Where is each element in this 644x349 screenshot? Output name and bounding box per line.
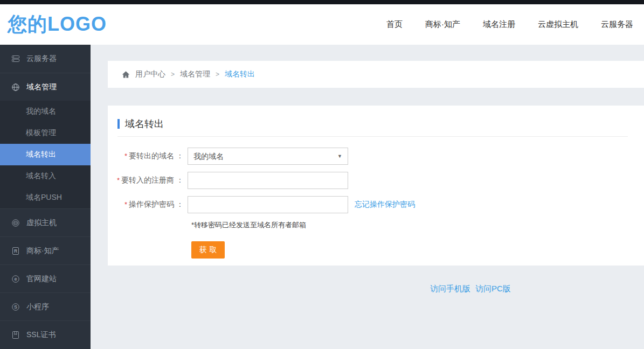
miniprogram-icon: S	[11, 303, 20, 311]
visit-mobile-link[interactable]: 访问手机版	[430, 284, 470, 294]
sidebar: 云服务器 域名管理 我的域名 模板管理 域名转出 域名转入 域名PUSH 虚拟主…	[0, 45, 91, 349]
visit-pc-link[interactable]: 访问PC版	[475, 284, 511, 294]
sidebar-item-label: 商标·知产	[26, 246, 59, 256]
submenu-item-template-management[interactable]: 模板管理	[0, 122, 91, 144]
submenu-item-my-domains[interactable]: 我的域名	[0, 101, 91, 122]
domain-select[interactable]: 我的域名	[188, 148, 348, 165]
protect-password-input[interactable]	[188, 196, 348, 213]
svg-text:S: S	[14, 304, 17, 310]
transfer-out-form: *要转出的域名 ： 我的域名 ▼ *要转入的注册商 ： *操作保护密码 ： 忘记…	[108, 137, 644, 259]
header: 您的LOGO 首页 商标·知产 域名注册 云虚拟主机 云服务器	[0, 4, 644, 45]
sidebar-item-mini-program[interactable]: S 小程序	[0, 292, 91, 320]
form-row-registrar: *要转入的注册商 ：	[108, 172, 644, 189]
sidebar-item-label: SSL证书	[26, 330, 56, 340]
nav-item-domain-register[interactable]: 域名注册	[483, 19, 515, 30]
breadcrumb-domain-management[interactable]: 域名管理	[180, 69, 210, 79]
certificate-icon	[11, 331, 20, 339]
registrar-input[interactable]	[188, 172, 348, 189]
sidebar-item-virtual-host[interactable]: 虚拟主机	[0, 208, 91, 236]
submenu-item-domain-transfer-in[interactable]: 域名转入	[0, 165, 91, 187]
breadcrumb-separator: >	[216, 71, 219, 78]
website-icon: e	[11, 275, 20, 283]
nav-item-cloud-server[interactable]: 云服务器	[601, 19, 633, 30]
breadcrumb: 用户中心 > 域名管理 > 域名转出	[108, 61, 644, 88]
trademark-icon: R	[11, 247, 20, 255]
sidebar-item-website-builder[interactable]: e 官网建站	[0, 264, 91, 292]
top-strip	[0, 0, 644, 4]
main-content: 用户中心 > 域名管理 > 域名转出 域名转出 *要转出的域名 ： 我的域名 ▼…	[91, 45, 644, 349]
domain-select-label: *要转出的域名 ：	[108, 151, 188, 161]
sidebar-item-ssl-certificate[interactable]: SSL证书	[0, 320, 91, 348]
breadcrumb-separator: >	[171, 71, 175, 78]
svg-text:e: e	[14, 276, 17, 282]
form-row-domain: *要转出的域名 ： 我的域名 ▼	[108, 148, 644, 165]
submenu-item-domain-push[interactable]: 域名PUSH	[0, 187, 91, 208]
sidebar-item-label: 虚拟主机	[26, 218, 57, 228]
breadcrumb-current: 域名转出	[225, 69, 255, 79]
sidebar-item-label: 官网建站	[26, 274, 57, 284]
top-nav: 首页 商标·知产 域名注册 云虚拟主机 云服务器	[386, 19, 633, 30]
globe-icon	[11, 83, 20, 92]
submenu-item-domain-transfer-out[interactable]: 域名转出	[0, 144, 91, 165]
nav-item-cloud-host[interactable]: 云虚拟主机	[538, 19, 578, 30]
domain-submenu: 我的域名 模板管理 域名转出 域名转入 域名PUSH	[0, 101, 91, 208]
title-accent-bar	[117, 119, 120, 129]
forgot-protect-password-link[interactable]: 忘记操作保护密码	[355, 200, 415, 210]
sidebar-item-label: 云服务器	[26, 54, 57, 64]
required-asterisk: *	[117, 176, 120, 184]
nav-item-home[interactable]: 首页	[386, 19, 403, 30]
page-title: 域名转出	[125, 117, 164, 130]
home-icon	[122, 71, 130, 79]
breadcrumb-user-center[interactable]: 用户中心	[135, 69, 165, 79]
site-logo[interactable]: 您的LOGO	[8, 11, 107, 38]
sidebar-item-label: 小程序	[26, 302, 49, 312]
server-icon	[11, 54, 20, 63]
host-icon	[11, 219, 20, 227]
domain-transfer-out-panel: 域名转出 *要转出的域名 ： 我的域名 ▼ *要转入的注册商 ： *操作保护密码…	[108, 106, 644, 266]
sidebar-item-domain-management[interactable]: 域名管理	[0, 73, 91, 101]
required-asterisk: *	[124, 152, 127, 160]
get-code-button[interactable]: 获取	[191, 241, 225, 259]
sidebar-item-cloud-server[interactable]: 云服务器	[0, 45, 91, 73]
footer-links: 访问手机版 访问PC版	[430, 284, 511, 294]
form-row-protect-password: *操作保护密码 ： 忘记操作保护密码	[108, 196, 644, 213]
sidebar-item-label: 域名管理	[26, 82, 57, 92]
protect-password-label: *操作保护密码 ：	[108, 200, 188, 210]
sidebar-item-trademark[interactable]: R 商标·知产	[0, 236, 91, 264]
svg-text:R: R	[14, 248, 17, 254]
domain-select-wrap: 我的域名 ▼	[188, 148, 348, 165]
nav-item-trademark[interactable]: 商标·知产	[425, 19, 460, 30]
panel-header: 域名转出	[108, 106, 644, 130]
required-asterisk: *	[124, 200, 127, 208]
transfer-password-note: *转移密码已经发送至域名所有者邮箱	[191, 220, 644, 230]
registrar-input-label: *要转入的注册商 ：	[108, 176, 188, 185]
